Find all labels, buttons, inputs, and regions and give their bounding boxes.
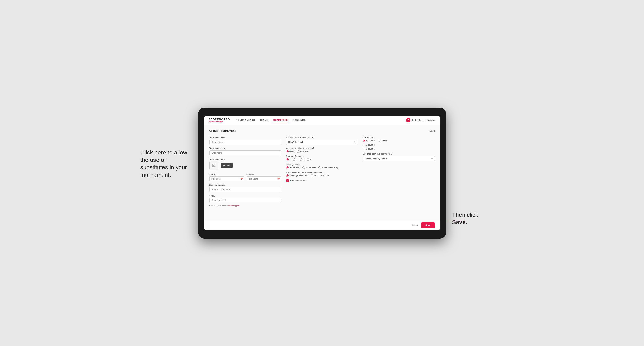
rounds-radio-group: 1 2 3: [286, 158, 358, 161]
gender-label: Which gender is the event for?: [286, 147, 358, 150]
teams-plus-individuals[interactable]: Teams (+Individuals): [286, 174, 308, 177]
logo-placeholder-icon: 🖼: [209, 161, 218, 170]
save-button[interactable]: Save: [421, 222, 435, 228]
scoring-api-label: Use third-party live scoring API?: [363, 153, 435, 155]
form-grid: Tournament Host Tournament name Tourname…: [209, 137, 435, 207]
format-label: Format type: [363, 137, 435, 139]
calendar-icon-start: 📅: [240, 177, 243, 180]
tournament-name-input[interactable]: [209, 150, 281, 156]
venue-helper: Can't find your venue? email support: [209, 204, 281, 207]
scoring-medal[interactable]: Medal Match Play: [318, 167, 338, 169]
format-6count5[interactable]: 6 count 5: [363, 148, 435, 150]
rounds-group: Number of rounds 1 2: [286, 155, 358, 161]
brand-scoreboard: SCOREBOARD: [208, 118, 230, 121]
end-date-wrapper: 📅: [246, 176, 281, 181]
end-date-input[interactable]: [246, 176, 281, 181]
scoring-radio-group: Stroke Play Match Play Medal Match Play: [286, 167, 358, 169]
calendar-icon-end: 📅: [277, 177, 280, 180]
teams-group: Is this event for Teams and/or Individua…: [286, 171, 358, 177]
form-col-2: Which division is the event for? NCAA Di…: [286, 137, 358, 207]
nav-teams[interactable]: TEAMS: [260, 118, 268, 123]
start-date-label: Start date: [209, 173, 218, 176]
form-footer: Cancel Save: [204, 220, 440, 230]
dates-group: Start date 📅 End date: [209, 173, 281, 181]
rounds-label: Number of rounds: [286, 155, 358, 158]
gender-radio-group: Mens Womens: [286, 150, 358, 153]
nav-links: TOURNAMENTS TEAMS COMMITTEE RANKINGS: [236, 118, 406, 123]
scoring-stroke[interactable]: Stroke Play: [286, 167, 300, 169]
tournament-host-group: Tournament Host: [209, 137, 281, 145]
venue-group: Venue Can't find your venue? email suppo…: [209, 195, 281, 207]
tournament-host-input[interactable]: [209, 140, 281, 145]
nav-username: blair admin: [412, 119, 423, 122]
gender-mens-label: Mens: [290, 150, 294, 153]
upload-button[interactable]: Upload: [220, 163, 233, 168]
gender-group: Which gender is the event for? Mens Wome…: [286, 147, 358, 153]
teams-radio-group: Teams (+Individuals) Individuals Only: [286, 174, 358, 177]
start-date-input[interactable]: [209, 176, 244, 181]
division-select[interactable]: NCAA Division I: [286, 140, 358, 145]
tournament-logo-group: Tournament logo 🖼 Upload: [209, 158, 281, 170]
tournament-name-group: Tournament name: [209, 147, 281, 156]
tablet-frame: SCOREBOARD Powered by clippd TOURNAMENTS…: [198, 108, 446, 239]
nav-tournaments[interactable]: TOURNAMENTS: [236, 118, 255, 123]
gender-womens[interactable]: Womens: [297, 150, 308, 153]
logo-upload-area: 🖼 Upload: [209, 161, 281, 170]
page-header: Create Tournament ‹ Back: [209, 129, 435, 132]
end-date-label: End date: [246, 173, 254, 176]
substitutes-group: Allow substitutes?: [286, 179, 358, 182]
tournament-logo-label: Tournament logo: [209, 158, 281, 160]
nav-rankings[interactable]: RANKINGS: [293, 118, 306, 123]
scoring-label: Scoring system: [286, 163, 358, 166]
round-4[interactable]: 4: [307, 158, 311, 161]
venue-input[interactable]: [209, 198, 281, 203]
page-container: Click here to allow the use of substitut…: [198, 108, 446, 239]
sponsor-input[interactable]: [209, 187, 281, 192]
gender-womens-label: Womens: [300, 150, 308, 153]
division-group: Which division is the event for? NCAA Di…: [286, 137, 358, 145]
start-date-wrapper: 📅: [209, 176, 244, 181]
individuals-only[interactable]: Individuals Only: [311, 174, 329, 177]
format-group: Format type 5 count 4 Other: [363, 137, 435, 150]
nav-user: B blair admin | Sign out: [406, 118, 436, 123]
substitutes-checkbox[interactable]: [286, 179, 289, 182]
division-label: Which division is the event for?: [286, 137, 358, 139]
format-other[interactable]: Other: [379, 140, 387, 142]
brand: SCOREBOARD Powered by clippd: [208, 118, 230, 123]
page-title: Create Tournament: [209, 129, 236, 132]
scoring-api-group: Use third-party live scoring API? Select…: [363, 153, 435, 161]
nav-committee[interactable]: COMMITTEE: [273, 118, 288, 123]
round-1[interactable]: 1: [286, 158, 291, 161]
round-2[interactable]: 2: [293, 158, 298, 161]
scoring-match[interactable]: Match Play: [302, 167, 316, 169]
cancel-button[interactable]: Cancel: [412, 224, 419, 226]
tournament-host-label: Tournament Host: [209, 137, 281, 139]
format-5count4[interactable]: 5 count 4: [363, 140, 375, 142]
navbar: SCOREBOARD Powered by clippd TOURNAMENTS…: [204, 116, 440, 125]
page-content: Create Tournament ‹ Back Tournament Host…: [204, 125, 440, 220]
email-support-link[interactable]: email support: [228, 204, 240, 207]
form-col-3: Format type 5 count 4 Other: [363, 137, 435, 207]
gender-mens[interactable]: Mens: [286, 150, 294, 153]
format-options: 5 count 4 Other 6 count 4: [363, 140, 435, 150]
tablet-screen: SCOREBOARD Powered by clippd TOURNAMENTS…: [204, 116, 440, 230]
brand-powered: Powered by clippd: [208, 121, 230, 123]
round-3[interactable]: 3: [300, 158, 304, 161]
scoring-group: Scoring system Stroke Play Match Play: [286, 163, 358, 169]
venue-label: Venue: [209, 195, 281, 197]
tournament-name-label: Tournament name: [209, 147, 281, 150]
teams-label: Is this event for Teams and/or Individua…: [286, 171, 358, 173]
scoring-api-select[interactable]: Select a scoring service: [363, 156, 435, 161]
sign-out-link[interactable]: Sign out: [427, 119, 436, 122]
form-col-1: Tournament Host Tournament name Tourname…: [209, 137, 281, 207]
back-button[interactable]: ‹ Back: [428, 130, 435, 132]
annotation-left: Click here to allow the use of substitut…: [140, 149, 194, 179]
sponsor-label: Sponsor (optional): [209, 184, 281, 186]
nav-avatar: B: [406, 118, 410, 123]
format-6count4[interactable]: 6 count 4: [363, 144, 435, 146]
sponsor-group: Sponsor (optional): [209, 184, 281, 192]
substitutes-checkbox-item[interactable]: Allow substitutes?: [286, 179, 358, 182]
substitutes-label: Allow substitutes?: [290, 179, 306, 182]
